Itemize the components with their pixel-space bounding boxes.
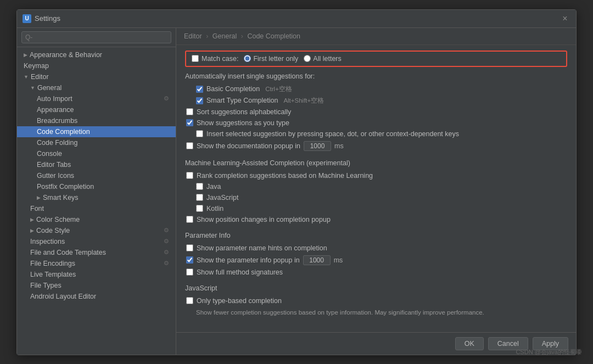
settings-dialog: U Settings × ▶ Appearance & Behavior Key… <box>16 9 577 355</box>
sidebar-item-appearance-behavior[interactable]: ▶ Appearance & Behavior <box>17 49 176 60</box>
only-type-based-checkbox[interactable] <box>186 297 193 304</box>
ok-button[interactable]: OK <box>455 337 484 350</box>
sidebar-item-postfix-completion[interactable]: Postfix Completion <box>17 181 176 192</box>
param-popup-input[interactable] <box>303 255 331 265</box>
sidebar-item-keymap[interactable]: Keymap <box>17 60 176 71</box>
sidebar-item-file-types[interactable]: File Types <box>17 280 176 291</box>
expand-icon: ▼ <box>24 74 29 80</box>
sidebar-item-appearance[interactable]: Appearance <box>17 104 176 115</box>
sidebar-item-editor[interactable]: ▼ Editor <box>17 71 176 82</box>
sidebar-label: File and Code Templates <box>30 249 106 256</box>
sidebar-label: File Types <box>30 282 61 289</box>
insert-selected-checkbox[interactable] <box>196 130 203 137</box>
sort-alphabetically-checkbox[interactable] <box>186 108 193 115</box>
expand-icon: ▶ <box>37 195 41 200</box>
sidebar-label: Appearance & Behavior <box>30 51 102 59</box>
doc-popup-label: Show the documentation popup in <box>197 142 300 150</box>
smart-type-completion-row: Smart Type Completion Alt+Shift+空格 <box>185 95 567 107</box>
show-param-popup-label: Show the parameter info popup in <box>197 256 300 264</box>
sidebar-item-console[interactable]: Console <box>17 148 176 159</box>
ml-section-header: Machine Learning-Assisted Completion (ex… <box>185 159 567 167</box>
all-letters-radio[interactable] <box>304 55 311 62</box>
sidebar-item-code-folding[interactable]: Code Folding <box>17 137 176 148</box>
show-position-changes-checkbox[interactable] <box>186 216 193 223</box>
search-input[interactable] <box>21 31 171 43</box>
sidebar-item-file-code-templates[interactable]: File and Code Templates ⚙ <box>17 247 176 258</box>
nav-tree: ▶ Appearance & Behavior Keymap ▼ Editor … <box>17 47 176 355</box>
sidebar-item-file-encodings[interactable]: File Encodings ⚙ <box>17 258 176 269</box>
only-type-based-row: Only type-based completion <box>185 295 567 306</box>
gear-icon: ⚙ <box>164 260 169 267</box>
show-param-hints-checkbox[interactable] <box>186 244 193 251</box>
sidebar-item-code-completion[interactable]: Code Completion <box>17 126 176 137</box>
sidebar-item-live-templates[interactable]: Live Templates <box>17 269 176 280</box>
rank-ml-checkbox[interactable] <box>186 172 193 179</box>
sidebar-item-android-layout-editor[interactable]: Android Layout Editor <box>17 291 176 302</box>
match-case-section: Match case: First letter only All letter… <box>185 51 567 67</box>
ml-java-checkbox[interactable] <box>196 183 203 190</box>
doc-popup-input[interactable] <box>304 141 331 151</box>
first-letter-radio[interactable] <box>244 55 251 62</box>
match-case-radio-group: First letter only All letters <box>244 55 341 63</box>
first-letter-label: First letter only <box>253 55 298 63</box>
ml-javascript-checkbox[interactable] <box>196 194 203 201</box>
show-param-hints-row: Show parameter name hints on completion <box>185 243 567 254</box>
sidebar-label: Editor <box>31 73 49 81</box>
doc-popup-row: Show the documentation popup in ms <box>185 139 567 153</box>
breadcrumb: Editor › General › Code Completion <box>176 28 576 45</box>
sidebar-label: Editor Tabs <box>37 161 71 169</box>
app-icon: U <box>23 14 31 23</box>
dialog-titlebar: U Settings × <box>17 10 576 28</box>
sidebar-item-gutter-icons[interactable]: Gutter Icons <box>17 170 176 181</box>
show-suggestions-label: Show suggestions as you type <box>197 119 289 127</box>
smart-type-label: Smart Type Completion <box>206 97 278 104</box>
dialog-body: ▶ Appearance & Behavior Keymap ▼ Editor … <box>17 28 576 355</box>
content-area: Match case: First letter only All letter… <box>176 45 576 332</box>
insert-selected-label: Insert selected suggestion by pressing s… <box>206 130 459 138</box>
javascript-section-header: JavaScript <box>185 284 567 292</box>
sidebar-label: Code Style <box>36 227 70 234</box>
sort-alphabetically-row: Sort suggestions alphabetically <box>185 107 567 117</box>
sidebar-label: Appearance <box>37 106 74 114</box>
basic-completion-checkbox[interactable] <box>196 86 203 93</box>
sidebar-item-inspections[interactable]: Inspections ⚙ <box>17 236 176 247</box>
basic-completion-shortcut: Ctrl+空格 <box>265 85 292 93</box>
sidebar-item-editor-tabs[interactable]: Editor Tabs <box>17 159 176 170</box>
expand-icon: ▶ <box>24 52 27 58</box>
gear-icon: ⚙ <box>164 227 169 234</box>
sidebar-item-smart-keys[interactable]: ▶ Smart Keys <box>17 192 176 203</box>
show-param-hints-label: Show parameter name hints on completion <box>197 244 327 252</box>
gear-icon: ⚙ <box>164 238 169 245</box>
sidebar-item-breadcrumbs[interactable]: Breadcrumbs <box>17 115 176 126</box>
close-button[interactable]: × <box>560 13 570 24</box>
show-full-signatures-checkbox[interactable] <box>186 268 193 276</box>
show-param-popup-checkbox[interactable] <box>186 256 193 264</box>
smart-type-checkbox[interactable] <box>196 97 203 104</box>
ml-kotlin-checkbox[interactable] <box>196 205 203 212</box>
first-letter-option[interactable]: First letter only <box>244 55 298 63</box>
expand-icon: ▼ <box>30 85 35 91</box>
all-letters-option[interactable]: All letters <box>304 55 341 63</box>
gear-icon: ⚙ <box>164 249 169 256</box>
sidebar-item-general[interactable]: ▼ General <box>17 82 176 93</box>
sidebar-item-code-style[interactable]: ▶ Code Style ⚙ <box>17 225 176 236</box>
show-suggestions-checkbox[interactable] <box>186 119 193 126</box>
sidebar-item-font[interactable]: Font <box>17 203 176 214</box>
doc-popup-checkbox[interactable] <box>186 142 193 149</box>
sidebar-label: Android Layout Editor <box>30 293 96 300</box>
sidebar-label: File Encodings <box>30 260 75 267</box>
show-fewer-row: Show fewer completion suggestions based … <box>185 306 567 318</box>
sidebar-label: Auto Import <box>37 95 72 103</box>
sidebar-label: General <box>37 84 61 92</box>
match-case-checkbox[interactable] <box>192 55 199 62</box>
auto-insert-section-header: Automatically insert single suggestions … <box>185 72 567 80</box>
all-letters-label: All letters <box>313 55 341 63</box>
sidebar-label: Postfix Completion <box>37 183 94 191</box>
sidebar-item-color-scheme[interactable]: ▶ Color Scheme <box>17 214 176 225</box>
ml-java-label: Java <box>206 183 221 191</box>
show-param-popup-row: Show the parameter info popup in ms <box>185 254 567 267</box>
sidebar-label: Inspections <box>30 238 65 245</box>
match-case-label[interactable]: Match case: <box>192 55 238 63</box>
ml-kotlin-label: Kotlin <box>206 205 223 212</box>
sidebar-item-auto-import[interactable]: Auto Import ⚙ <box>17 93 176 104</box>
